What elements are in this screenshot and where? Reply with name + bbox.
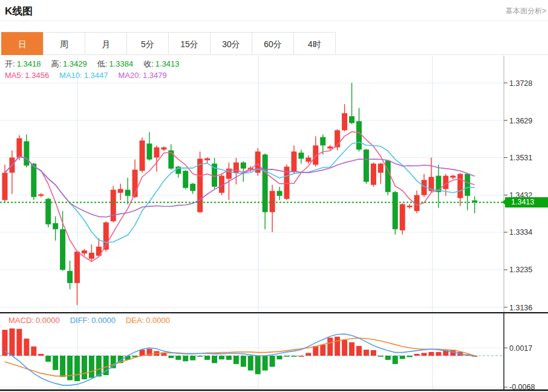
interval-tabbar: 日周月5分15分30分60分4时 (0, 32, 548, 55)
ohlc-legend-item: 开:1.3418 (5, 59, 42, 70)
tab-周[interactable]: 周 (43, 32, 85, 55)
fundamental-analysis-link[interactable]: 基本面分析> (506, 6, 546, 16)
tab-15分[interactable]: 15分 (168, 32, 210, 55)
macd-legend-item: MACD:0.0000 (8, 316, 62, 325)
ma-legend-item: MA20:1.3479 (118, 71, 168, 80)
kline-page: { "header": { "title": "K线图", "link": "基… (0, 0, 548, 392)
macd-legend-item: DIFF:0.0000 (70, 316, 117, 325)
ma-legend-item: MA5:1.3456 (5, 71, 51, 80)
tab-4时[interactable]: 4时 (293, 32, 336, 55)
axis-label: 1.3334 (509, 228, 532, 237)
ohlc-legend-item: 高:1.3429 (51, 59, 88, 70)
macd-legend-item: DEA:0.0000 (126, 316, 172, 325)
ohlc-legend-item: 收:1.3413 (143, 59, 181, 70)
axis-label: 1.3136 (509, 304, 532, 312)
axis-label: 1.3629 (509, 117, 532, 125)
tab-5分[interactable]: 5分 (126, 32, 169, 55)
tab-60分[interactable]: 60分 (252, 32, 294, 55)
axis-label: 0.0017 (509, 344, 532, 353)
axis-label: 1.3728 (509, 79, 532, 88)
ma-legend: MA5:1.3456MA10:1.3447MA20:1.3479 (5, 71, 177, 80)
ohlc-legend-item: 低:1.3384 (97, 59, 135, 70)
tab-日[interactable]: 日 (1, 32, 44, 55)
axis-label: 1.3235 (509, 266, 532, 274)
ma-legend-item: MA10:1.3447 (59, 71, 109, 80)
current-price-badge: 1.3413 (505, 197, 548, 207)
page-title: K线图 (5, 4, 33, 18)
page-header: K线图 基本面分析> (0, 0, 548, 21)
macd-legend: MACD:0.0000DIFF:0.0000DEA:0.0000 (8, 316, 180, 325)
axis-label: 1.3531 (509, 154, 532, 162)
tab-月[interactable]: 月 (85, 32, 127, 55)
axis-label: -0.0068 (509, 383, 535, 391)
kline-chart[interactable]: 1.37281.36291.35311.34321.33341.32351.31… (0, 56, 548, 392)
tab-30分[interactable]: 30分 (210, 32, 252, 55)
ohlc-legend: 开:1.3418高:1.3429低:1.3384收:1.3413 (5, 59, 190, 70)
